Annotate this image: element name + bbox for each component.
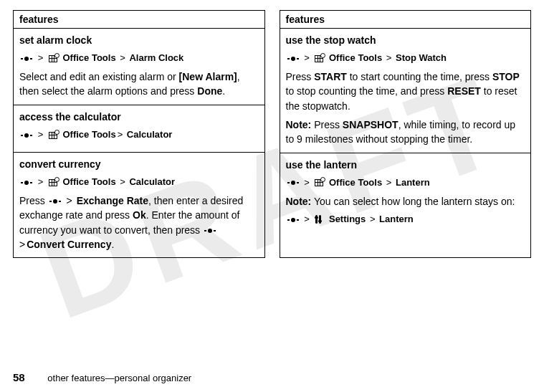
note-label: Note:	[286, 196, 312, 207]
nav-path: > Settings > Lantern	[286, 213, 525, 226]
center-key-icon	[21, 132, 32, 139]
office-tools-icon	[49, 130, 59, 139]
path-item: Alarm Clock	[129, 52, 183, 63]
text: You can select how long the lantern stay…	[311, 196, 515, 207]
bold-text: [New Alarm]	[179, 71, 237, 82]
feature-note: Note: Press SNAPSHOT, while timing, to r…	[286, 118, 525, 147]
path-separator: >	[302, 177, 311, 188]
path-category: Office Tools	[62, 129, 115, 140]
footer-text: other features—personal organizer	[47, 373, 191, 383]
nav-path: > Office Tools > Lantern	[286, 176, 525, 190]
bold-text: SNAPSHOT	[343, 119, 399, 130]
text: Press	[19, 195, 48, 206]
center-key-icon	[287, 179, 299, 186]
feature-title: convert currency	[19, 157, 259, 171]
path-category: Settings	[329, 214, 366, 224]
right-column: features use the stop watch > Office Too…	[280, 10, 532, 258]
feature-note: Note: You can select how long the lanter…	[286, 194, 525, 209]
office-tools-icon	[49, 178, 59, 186]
path-item: Lantern	[396, 177, 430, 188]
path-category: Office Tools	[62, 52, 115, 63]
text: .	[222, 85, 225, 97]
center-key-icon	[287, 55, 299, 62]
center-key-icon	[21, 55, 32, 62]
bold-text: STOP	[492, 71, 520, 82]
path-separator: >	[62, 195, 77, 206]
feature-block: use the stop watch > Office Tools > Stop…	[280, 29, 531, 153]
feature-block: convert currency > Office Tools > Calcul…	[14, 153, 264, 257]
path-separator: >	[118, 52, 129, 63]
feature-block: access the calculator > Office Tools> Ca…	[14, 105, 264, 153]
text: Press	[311, 119, 343, 130]
feature-title: access the calculator	[19, 110, 259, 124]
feature-body: Press > Exchange Rate, then enter a desi…	[19, 193, 259, 252]
path-separator: >	[302, 52, 311, 63]
nav-path: > Office Tools> Calculator	[19, 128, 259, 142]
text: to stop counting the time, and press	[286, 85, 448, 97]
office-tools-icon	[49, 54, 59, 62]
page-content: features set alarm clock > Office Tools …	[0, 0, 544, 258]
bold-text: Done	[197, 85, 222, 97]
feature-body: Press START to start counting the time, …	[286, 70, 525, 113]
feature-title: use the lantern	[286, 158, 525, 172]
center-key-icon	[287, 216, 299, 224]
office-tools-icon	[315, 178, 325, 186]
path-item: Lantern	[379, 214, 414, 224]
path-separator: >	[37, 176, 45, 187]
path-category: Office Tools	[329, 177, 382, 188]
center-key-icon	[49, 198, 61, 205]
note-label: Note:	[286, 119, 312, 130]
text: .	[111, 239, 114, 250]
feature-block: set alarm clock > Office Tools > Alarm C…	[14, 29, 264, 105]
left-column: features set alarm clock > Office Tools …	[13, 10, 265, 258]
bold-text: Convert Currency	[27, 239, 111, 250]
bold-text: RESET	[447, 85, 481, 97]
path-category: Office Tools	[329, 52, 382, 63]
center-key-icon	[204, 227, 216, 234]
settings-icon	[315, 215, 325, 224]
feature-title: use the stop watch	[286, 33, 525, 47]
path-separator: >	[368, 214, 379, 224]
path-separator: >	[116, 129, 127, 140]
nav-path: > Office Tools > Stop Watch	[286, 52, 525, 65]
feature-body: Select and edit an existing alarm or [Ne…	[19, 70, 259, 99]
nav-path: > Office Tools > Calculator	[19, 176, 259, 189]
bold-text: START	[314, 71, 347, 82]
text: Press	[286, 71, 315, 82]
path-item: Stop Watch	[396, 52, 447, 63]
path-separator: >	[37, 129, 45, 140]
office-tools-icon	[315, 54, 325, 62]
bold-text: Exchange Rate	[77, 195, 148, 206]
feature-block: use the lantern > Office Tools > Lantern…	[280, 153, 531, 236]
path-separator: >	[385, 52, 396, 63]
column-header: features	[14, 11, 264, 29]
path-separator: >	[37, 52, 45, 63]
bold-text: Ok	[133, 209, 146, 221]
page-footer: 58 other features—personal organizer	[13, 371, 191, 383]
path-item: Calculator	[127, 129, 173, 140]
column-header: features	[280, 11, 531, 29]
path-category: Office Tools	[62, 176, 115, 187]
path-separator: >	[118, 176, 129, 187]
nav-path: > Office Tools > Alarm Clock	[19, 52, 259, 65]
center-key-icon	[21, 179, 32, 186]
page-number: 58	[13, 371, 25, 383]
feature-title: set alarm clock	[19, 33, 259, 47]
text: to start counting the time, press	[347, 71, 492, 82]
path-separator: >	[302, 214, 311, 224]
text: Select and edit an existing alarm or	[19, 71, 179, 82]
path-separator: >	[385, 177, 396, 188]
path-item: Calculator	[129, 176, 175, 187]
